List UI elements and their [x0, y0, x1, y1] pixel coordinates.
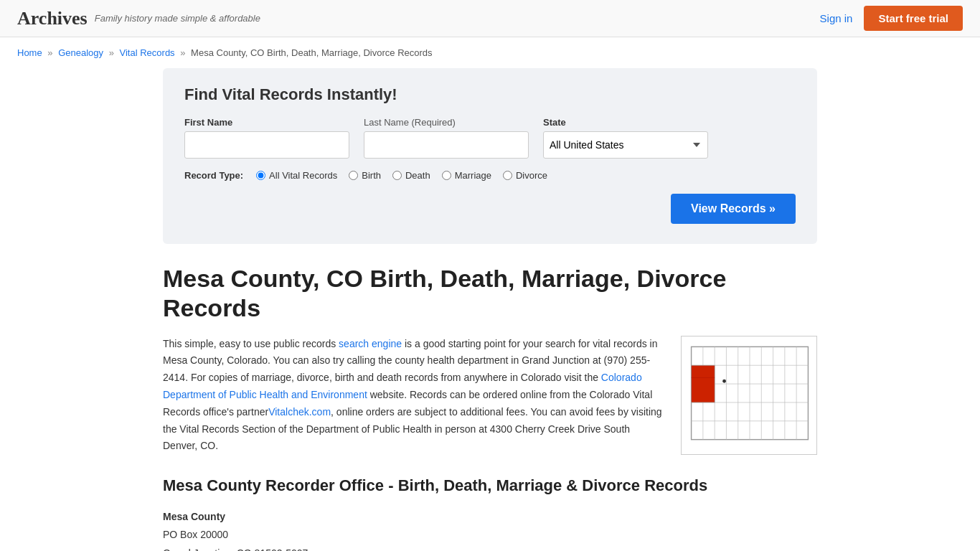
logo: Archives [17, 8, 88, 29]
header-left: Archives Family history made simple & af… [17, 8, 260, 29]
tagline: Family history made simple & affordable [95, 13, 260, 24]
view-records-button[interactable]: View Records » [671, 194, 796, 224]
radio-birth[interactable] [349, 171, 358, 180]
vitalchek-link[interactable]: Vitalchek.com [268, 406, 331, 418]
office-info: Mesa County PO Box 20000 Grand Junction,… [163, 508, 817, 551]
first-name-input[interactable] [184, 131, 349, 159]
content-with-map: This simple, easy to use public records … [163, 336, 817, 456]
intro-text-1: This simple, easy to use public records [163, 338, 339, 349]
svg-point-16 [722, 379, 726, 382]
last-name-group: Last Name (Required) [364, 117, 529, 159]
last-name-label: Last Name (Required) [364, 117, 529, 128]
page-title: Mesa County, CO Birth, Death, Marriage, … [163, 264, 817, 323]
breadcrumb-genealogy[interactable]: Genealogy [58, 47, 103, 58]
last-name-input[interactable] [364, 131, 529, 159]
office-address1: PO Box 20000 [163, 526, 817, 544]
record-type-birth[interactable]: Birth [349, 170, 381, 181]
first-name-group: First Name [184, 117, 349, 159]
search-box: Find Vital Records Instantly! First Name… [163, 68, 817, 244]
office-name: Mesa County [163, 511, 225, 522]
breadcrumb-sep-1: » [47, 47, 52, 58]
state-group: State All United States [543, 117, 708, 159]
record-type-death[interactable]: Death [392, 170, 430, 181]
record-type-all[interactable]: All Vital Records [256, 170, 337, 181]
search-fields: First Name Last Name (Required) State Al… [184, 117, 796, 159]
section2-heading: Mesa County Recorder Office - Birth, Dea… [163, 476, 817, 495]
state-label: State [543, 117, 708, 128]
record-type-label: Record Type: [184, 170, 243, 181]
radio-divorce[interactable] [503, 171, 512, 180]
breadcrumb-vital-records[interactable]: Vital Records [120, 47, 175, 58]
breadcrumb-sep-2: » [109, 47, 114, 58]
main-content: Find Vital Records Instantly! First Name… [146, 68, 834, 551]
breadcrumb-home[interactable]: Home [17, 47, 42, 58]
breadcrumb: Home » Genealogy » Vital Records » Mesa … [0, 37, 980, 68]
breadcrumb-sep-3: » [180, 47, 185, 58]
header-right: Sign in Start free trial [820, 6, 963, 31]
state-select[interactable]: All United States [543, 131, 708, 159]
office-address2: Grand Junction, CO 81502-5007 [163, 545, 817, 551]
record-type-divorce[interactable]: Divorce [503, 170, 547, 181]
breadcrumb-current: Mesa County, CO Birth, Death, Marriage, … [191, 47, 432, 58]
record-type-marriage[interactable]: Marriage [442, 170, 491, 181]
record-type-row: Record Type: All Vital Records Birth Dea… [184, 170, 796, 181]
search-title: Find Vital Records Instantly! [184, 85, 796, 104]
first-name-label: First Name [184, 117, 349, 128]
colorado-map [684, 339, 815, 447]
record-type-options: All Vital Records Birth Death Marriage D… [256, 170, 547, 181]
svg-rect-15 [692, 365, 715, 402]
header: Archives Family history made simple & af… [0, 0, 980, 37]
radio-marriage[interactable] [442, 171, 451, 180]
map-container [681, 336, 817, 456]
search-btn-row: View Records » [184, 194, 796, 224]
radio-death[interactable] [392, 171, 402, 180]
sign-in-link[interactable]: Sign in [820, 12, 853, 24]
search-engine-link[interactable]: search engine [339, 338, 402, 349]
intro-text: This simple, easy to use public records … [163, 336, 664, 456]
radio-all[interactable] [256, 171, 265, 180]
start-trial-button[interactable]: Start free trial [864, 6, 963, 31]
